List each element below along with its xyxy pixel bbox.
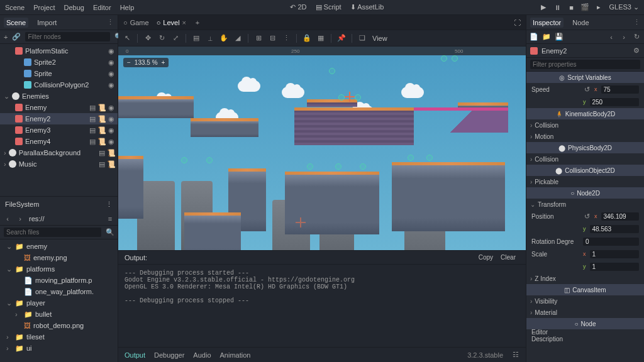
menu-editor[interactable]: Editor bbox=[93, 4, 111, 11]
scene-node-enemies[interactable]: ⌄ Enemies bbox=[0, 90, 118, 102]
fs-tree[interactable]: ⌄ 📁enemy🖼enemy.png⌄ 📁platforms📄moving_pl… bbox=[0, 239, 118, 362]
insp-load-icon[interactable]: 📁 bbox=[543, 33, 550, 41]
scene-script-icon[interactable]: ▤ bbox=[89, 115, 96, 123]
script-icon[interactable]: 📜 bbox=[98, 104, 106, 111]
visibility-icon[interactable]: ◉ bbox=[108, 47, 115, 55]
fs-item-moving_platform-p[interactable]: 📄moving_platform.p bbox=[0, 275, 118, 286]
mode-2d[interactable]: ↶ 2D bbox=[290, 3, 306, 11]
insp-save-icon[interactable]: 💾 bbox=[555, 33, 563, 41]
scene-node-sprite2[interactable]: Sprite2◉ bbox=[0, 57, 118, 68]
visibility-icon[interactable]: ◉ bbox=[108, 58, 115, 66]
zoom-indicator[interactable]: − 133.5 % + bbox=[123, 58, 169, 67]
layers-icon[interactable]: ❏ bbox=[358, 35, 366, 42]
pause-icon[interactable]: ⏸ bbox=[553, 4, 561, 11]
fs-item-enemy[interactable]: ⌄ 📁enemy bbox=[0, 241, 118, 252]
bottom-tab-animation[interactable]: Animation bbox=[220, 351, 251, 359]
fs-item-enemy-png[interactable]: 🖼enemy.png bbox=[0, 252, 118, 263]
menu-project[interactable]: Project bbox=[33, 4, 55, 11]
script-icon[interactable]: 📜 bbox=[98, 115, 106, 123]
script-icon[interactable]: 📜 bbox=[98, 126, 106, 134]
doc-tab-level[interactable]: ○ Level × bbox=[157, 19, 186, 26]
panel-menu-icon[interactable]: ⋮ bbox=[107, 18, 114, 26]
scale-tool-icon[interactable]: ⤢ bbox=[172, 35, 179, 42]
add-node-icon[interactable]: + bbox=[4, 33, 8, 41]
visibility-icon[interactable]: ◉ bbox=[108, 115, 115, 123]
scene-tree[interactable]: PlatformStatic◉Sprite2◉Sprite◉CollisionP… bbox=[0, 44, 118, 196]
fold-transform[interactable]: Transform bbox=[526, 199, 644, 210]
scene-node-collisionpolygon2[interactable]: CollisionPolygon2◉ bbox=[0, 79, 118, 90]
tab-import[interactable]: Import bbox=[35, 18, 59, 28]
expand-icon[interactable]: ⛶ bbox=[513, 19, 521, 26]
tab-node[interactable]: Node bbox=[570, 18, 591, 28]
rotate-tool-icon[interactable]: ↻ bbox=[158, 35, 165, 42]
fs-fwd-icon[interactable]: › bbox=[16, 215, 24, 222]
insp-tools-icon[interactable]: ⚙ bbox=[633, 47, 640, 55]
scene-node-enemy[interactable]: Enemy▤📜◉ bbox=[0, 102, 118, 113]
stop-icon[interactable]: ■ bbox=[567, 4, 575, 11]
fold-collision2[interactable]: Collision bbox=[526, 153, 644, 165]
section-script-vars[interactable]: ◎ Script Variables bbox=[526, 72, 644, 83]
play-icon[interactable]: ▶ bbox=[540, 4, 547, 11]
section-kinematic[interactable]: 🧍 KinematicBody2D bbox=[526, 108, 644, 119]
fs-back-icon[interactable]: ‹ bbox=[4, 215, 11, 222]
select-tool-icon[interactable]: ↖ bbox=[123, 35, 131, 42]
scale-y-input[interactable]: 1 bbox=[590, 263, 640, 271]
fs-item-robot_demo-png[interactable]: 🖼robot_demo.png bbox=[0, 320, 118, 331]
fs-item-player[interactable]: ⌄ 📁player bbox=[0, 297, 118, 309]
scene-node-music[interactable]: › Music▤📜 bbox=[0, 158, 118, 170]
fold-pickable[interactable]: Pickable bbox=[526, 176, 644, 187]
add-tab-icon[interactable]: + bbox=[194, 19, 201, 26]
insp-history-icon[interactable]: ↻ bbox=[633, 33, 640, 41]
fs-item-tileset[interactable]: › 📁tileset bbox=[0, 331, 118, 343]
scene-node-enemy4[interactable]: Enemy4▤📜◉ bbox=[0, 136, 118, 147]
section-node2d[interactable]: ○ Node2D bbox=[526, 187, 644, 199]
rotation-input[interactable]: 0 bbox=[583, 238, 639, 246]
visibility-icon[interactable]: ◉ bbox=[108, 70, 115, 77]
visibility-icon[interactable]: ◉ bbox=[108, 104, 115, 111]
speed-y-input[interactable]: 250 bbox=[590, 98, 640, 106]
renderer-select[interactable]: GLES3 ⌄ bbox=[609, 3, 639, 11]
copy-button[interactable]: Copy bbox=[475, 253, 497, 262]
fs-item-one_way_platform-[interactable]: 📄one_way_platform. bbox=[0, 286, 118, 297]
script-icon[interactable]: 📜 bbox=[108, 149, 115, 156]
insp-panel-menu-icon[interactable]: ⋮ bbox=[633, 18, 640, 26]
scene-node-enemy2[interactable]: Enemy2▤📜◉ bbox=[0, 113, 118, 124]
scene-node-platformstatic[interactable]: PlatformStatic◉ bbox=[0, 45, 118, 57]
bottom-tab-debugger[interactable]: Debugger bbox=[154, 351, 184, 359]
close-tab-icon[interactable]: × bbox=[182, 19, 186, 26]
fs-menu-icon[interactable]: ⋮ bbox=[106, 200, 113, 209]
script-icon[interactable]: 📜 bbox=[98, 138, 106, 145]
tab-scene[interactable]: Scene bbox=[4, 18, 28, 28]
scene-script-icon[interactable]: ▤ bbox=[98, 149, 106, 156]
section-node[interactable]: ○ Node bbox=[526, 318, 644, 329]
fs-menu2-icon[interactable]: ≡ bbox=[106, 215, 114, 222]
fs-search-icon[interactable]: 🔍 bbox=[106, 229, 114, 236]
pos-x-input[interactable]: 346.109 bbox=[601, 212, 640, 221]
scene-node-sprite[interactable]: Sprite◉ bbox=[0, 68, 118, 79]
scene-script-icon[interactable]: ▤ bbox=[98, 160, 106, 168]
mode-assetlib[interactable]: ⬇ AssetLib bbox=[350, 3, 384, 11]
fold-motion[interactable]: Motion bbox=[526, 131, 644, 142]
zoom-out-icon[interactable]: − bbox=[127, 59, 131, 66]
speed-x-input[interactable]: 75 bbox=[601, 85, 640, 94]
insp-new-icon[interactable]: 📄 bbox=[530, 33, 538, 41]
section-physics[interactable]: ⬤ PhysicsBody2D bbox=[526, 142, 644, 153]
reset-pos-icon[interactable]: ↺ bbox=[583, 212, 591, 220]
insp-back-icon[interactable]: ‹ bbox=[608, 33, 615, 41]
ruler-tool-icon[interactable]: ⟂ bbox=[206, 35, 214, 42]
link-icon[interactable]: 🔗 bbox=[13, 33, 20, 41]
insp-fwd-icon[interactable]: › bbox=[620, 33, 628, 41]
move-tool-icon[interactable]: ✥ bbox=[144, 35, 152, 42]
clear-button[interactable]: Clear bbox=[497, 253, 519, 262]
bottom-tab-audio[interactable]: Audio bbox=[193, 351, 211, 359]
filter-props-input[interactable] bbox=[530, 60, 640, 69]
menu-scene[interactable]: Scene bbox=[5, 4, 25, 11]
snap-opts-icon[interactable]: ⊟ bbox=[269, 35, 276, 42]
fs-item-bullet[interactable]: › 📁bullet bbox=[0, 309, 118, 320]
group-icon[interactable]: ▦ bbox=[317, 35, 325, 42]
pos-y-input[interactable]: 48.563 bbox=[590, 225, 640, 233]
zoom-in-icon[interactable]: + bbox=[162, 59, 165, 66]
measure-tool-icon[interactable]: ◢ bbox=[234, 35, 242, 42]
scene-script-icon[interactable]: ▤ bbox=[89, 126, 96, 134]
pan-tool-icon[interactable]: ✋ bbox=[220, 35, 228, 42]
